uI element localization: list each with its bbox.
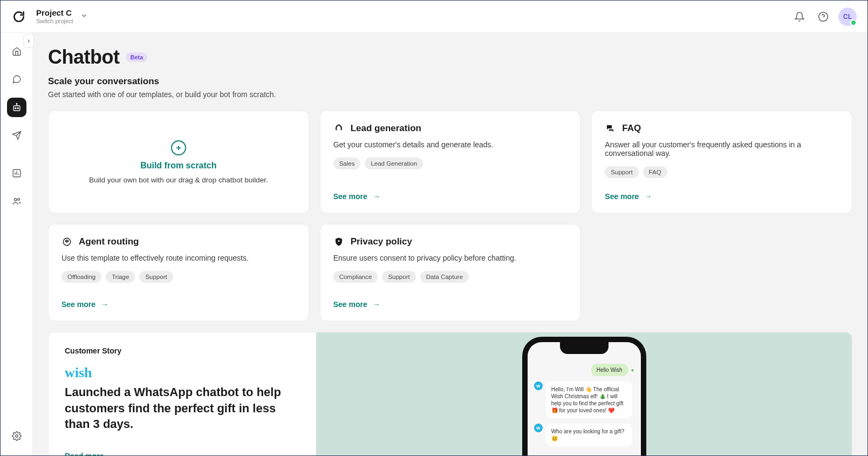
chat-outgoing-bubble: Hello Wish bbox=[591, 364, 628, 376]
story-headline: Launched a WhatsApp chatbot to help cust… bbox=[65, 384, 300, 432]
svg-point-14 bbox=[17, 198, 19, 200]
template-title: Privacy policy bbox=[351, 236, 412, 247]
see-more-label: See more bbox=[333, 192, 367, 201]
tag: Support bbox=[139, 271, 173, 283]
bot-avatar-icon: w bbox=[534, 382, 543, 390]
wish-logo: wish bbox=[65, 365, 300, 381]
sidebar-item-send[interactable] bbox=[7, 126, 26, 145]
tag: Sales bbox=[333, 158, 361, 169]
see-more-link[interactable]: See more → bbox=[333, 192, 380, 201]
story-label: Customer Story bbox=[65, 346, 300, 355]
svg-point-0 bbox=[819, 12, 828, 21]
chevron-down-icon bbox=[80, 12, 88, 22]
template-desc: Ensure users consent to privacy policy b… bbox=[333, 254, 568, 262]
app-logo-icon bbox=[11, 9, 26, 24]
help-button[interactable] bbox=[814, 7, 833, 26]
build-from-scratch-card[interactable]: Build from scratch Build your own bot wi… bbox=[48, 111, 309, 213]
svg-point-3 bbox=[15, 107, 16, 108]
phone-notch bbox=[560, 342, 609, 354]
sidebar-item-users[interactable] bbox=[7, 192, 26, 211]
page-title: Chatbot bbox=[48, 46, 119, 69]
delivered-icon: ● bbox=[631, 367, 634, 373]
svg-point-13 bbox=[14, 199, 17, 201]
template-title: Lead generation bbox=[351, 123, 421, 134]
see-more-link[interactable]: See more → bbox=[605, 192, 652, 201]
tag: Offloading bbox=[61, 271, 101, 283]
tag: Support bbox=[382, 271, 415, 283]
shield-icon bbox=[333, 236, 344, 247]
project-name: Project C bbox=[36, 8, 73, 18]
template-desc: Get your customer's details and generate… bbox=[333, 140, 568, 149]
page-subtext: Get started with one of our templates, o… bbox=[48, 90, 852, 99]
avatar-initials: CL bbox=[843, 13, 852, 21]
svg-point-20 bbox=[66, 241, 67, 242]
bot-avatar-icon: w bbox=[534, 424, 543, 432]
build-title: Build from scratch bbox=[140, 161, 216, 171]
template-desc: Answer all your customer's frequently as… bbox=[605, 140, 839, 158]
chat-incoming-bubble: Who are you looking for a gift? 😊 bbox=[546, 424, 632, 446]
sidebar-item-chat[interactable] bbox=[7, 70, 26, 89]
template-title: Agent routing bbox=[79, 236, 139, 247]
chat-incoming-bubble: Hello, I'm Will 👋 The official Wish Chri… bbox=[546, 382, 632, 418]
notifications-button[interactable] bbox=[790, 7, 809, 26]
main-content: Chatbot Beta Scale your conversations Ge… bbox=[33, 33, 867, 455]
see-more-link[interactable]: See more → bbox=[333, 300, 380, 309]
routing-icon bbox=[61, 236, 72, 247]
arrow-right-icon: → bbox=[101, 300, 108, 309]
see-more-link[interactable]: See more → bbox=[61, 300, 108, 309]
sidebar-item-settings[interactable] bbox=[7, 426, 26, 446]
tag: FAQ bbox=[643, 166, 667, 178]
user-avatar[interactable]: CL bbox=[838, 8, 857, 26]
template-card-lead-generation[interactable]: Lead generation Get your customer's deta… bbox=[320, 111, 581, 213]
arrow-right-icon: → bbox=[373, 192, 380, 201]
topbar: Project C Switch project CL bbox=[1, 1, 867, 33]
svg-point-6 bbox=[16, 104, 17, 105]
customer-story-card: Customer Story wish Launched a WhatsApp … bbox=[48, 332, 852, 455]
tag: Triage bbox=[106, 271, 135, 283]
tag: Data Capture bbox=[420, 271, 469, 283]
template-desc: Use this template to effectively route i… bbox=[61, 254, 296, 262]
sidebar bbox=[1, 33, 33, 455]
see-more-label: See more bbox=[333, 300, 367, 309]
chat-icon bbox=[605, 123, 616, 134]
arrow-right-icon: → bbox=[373, 300, 380, 309]
svg-rect-2 bbox=[13, 106, 20, 111]
template-card-faq[interactable]: FAQ Answer all your customer's frequentl… bbox=[591, 111, 852, 213]
sidebar-collapse-button[interactable] bbox=[23, 34, 34, 48]
see-more-label: See more bbox=[605, 192, 639, 201]
tag: Support bbox=[605, 166, 638, 178]
story-read-more-link[interactable]: Read more bbox=[65, 452, 300, 455]
plus-icon bbox=[171, 140, 186, 155]
arrow-right-icon: → bbox=[644, 192, 652, 201]
svg-point-18 bbox=[338, 127, 339, 128]
tag: Compliance bbox=[333, 271, 378, 283]
rocket-icon bbox=[333, 123, 344, 134]
svg-point-21 bbox=[338, 240, 339, 242]
svg-point-4 bbox=[17, 107, 18, 108]
phone-mockup: Hello Wish ● w Hello, I'm Will 👋 The off… bbox=[522, 337, 646, 455]
see-more-label: See more bbox=[61, 300, 95, 309]
svg-point-15 bbox=[15, 435, 18, 438]
template-title: FAQ bbox=[622, 123, 641, 134]
project-switch-label: Switch project bbox=[36, 18, 73, 25]
beta-badge: Beta bbox=[126, 52, 147, 62]
sidebar-item-bot[interactable] bbox=[7, 98, 26, 117]
tag: Lead Generation bbox=[365, 158, 423, 169]
template-card-agent-routing[interactable]: Agent routing Use this template to effec… bbox=[48, 224, 309, 321]
project-switcher[interactable]: Project C Switch project bbox=[36, 8, 88, 25]
sidebar-item-analytics[interactable] bbox=[7, 164, 26, 183]
template-card-privacy-policy[interactable]: Privacy policy Ensure users consent to p… bbox=[320, 224, 581, 321]
page-subtitle: Scale your conversations bbox=[48, 76, 852, 87]
story-illustration: Hello Wish ● w Hello, I'm Will 👋 The off… bbox=[316, 332, 852, 455]
build-desc: Build your own bot with our drag & drop … bbox=[89, 176, 268, 184]
